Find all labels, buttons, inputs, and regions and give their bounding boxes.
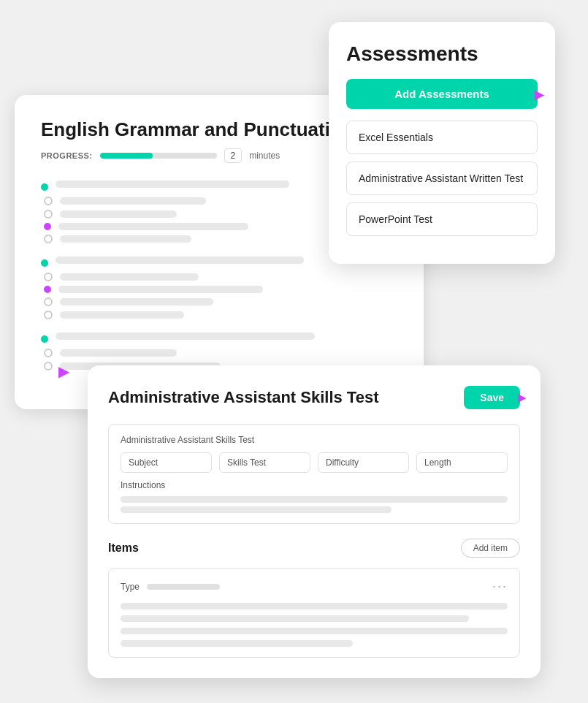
item-card: Type ··· — [108, 568, 520, 658]
radio-1-b[interactable] — [44, 210, 53, 218]
progress-bar-background — [100, 153, 217, 159]
assessments-title: Assessments — [346, 42, 538, 66]
form-section-title: Administrative Assistant Skills Test — [121, 435, 508, 445]
field-length[interactable]: Length — [416, 452, 508, 473]
field-skills-test[interactable]: Skills Test — [219, 452, 310, 473]
radio-3-a[interactable] — [44, 349, 53, 357]
instr-line-1 — [121, 496, 508, 503]
field-difficulty[interactable]: Difficulty — [318, 452, 409, 473]
item-type-label: Type — [121, 582, 140, 592]
skills-test-card: Administrative Assistant Skills Test Sav… — [88, 365, 541, 678]
assessment-item-excel[interactable]: Excel Essentials — [346, 121, 538, 154]
content-line-1 — [121, 603, 508, 609]
question-line-2 — [56, 256, 304, 264]
bullet-teal-1 — [41, 183, 48, 191]
instructions-lines — [121, 496, 508, 513]
cursor-pointer: ▶ — [58, 362, 69, 380]
items-label: Items — [108, 542, 139, 555]
skills-header: Administrative Assistant Skills Test Sav… — [108, 386, 520, 409]
progress-label: PROGRESS: — [41, 151, 93, 160]
field-subject[interactable]: Subject — [121, 452, 212, 473]
content-line-2 — [121, 615, 469, 622]
progress-minutes-label: minutes — [249, 151, 280, 161]
question-line-1 — [56, 180, 289, 188]
item-type-value-box — [147, 584, 220, 590]
save-button[interactable]: Save — [464, 386, 520, 409]
radio-2-a[interactable] — [44, 273, 53, 281]
item-content-lines — [121, 603, 508, 647]
progress-minutes-value: 2 — [231, 151, 236, 161]
assessment-item-admin[interactable]: Administrative Assistant Written Test — [346, 162, 538, 195]
add-item-button[interactable]: Add item — [461, 539, 520, 558]
question-line-3 — [56, 332, 315, 340]
assessments-card: Assessments Add Assessments Excel Essent… — [329, 22, 555, 264]
question-block-2 — [41, 256, 397, 319]
assessment-item-powerpoint[interactable]: PowerPoint Test — [346, 202, 538, 236]
radio-2-c[interactable] — [44, 311, 53, 319]
progress-bar-fill — [100, 153, 153, 159]
form-section: Administrative Assistant Skills Test Sub… — [108, 424, 520, 524]
progress-minutes-box: 2 — [224, 148, 243, 163]
content-line-4 — [121, 640, 353, 647]
item-card-header: Type ··· — [121, 579, 508, 594]
skills-title: Administrative Assistant Skills Test — [108, 388, 378, 407]
radio-1-a[interactable] — [44, 197, 53, 205]
bullet-teal-3 — [41, 335, 48, 343]
item-type-row: Type — [121, 582, 220, 592]
items-header: Items Add item — [108, 539, 520, 558]
radio-2-b[interactable] — [44, 297, 53, 306]
item-dots-menu[interactable]: ··· — [492, 579, 508, 594]
bullet-purple-2 — [44, 286, 51, 293]
radio-1-c[interactable] — [44, 235, 53, 243]
form-fields-row: Subject Skills Test Difficulty Length — [121, 452, 508, 473]
bullet-purple-1 — [44, 223, 51, 230]
content-line-3 — [121, 628, 508, 634]
radio-3-b[interactable] — [44, 362, 53, 370]
add-assessments-button[interactable]: Add Assessments — [346, 79, 538, 109]
bullet-teal-2 — [41, 259, 48, 267]
instructions-label: Instructions — [121, 480, 508, 490]
instr-line-2 — [121, 506, 392, 513]
